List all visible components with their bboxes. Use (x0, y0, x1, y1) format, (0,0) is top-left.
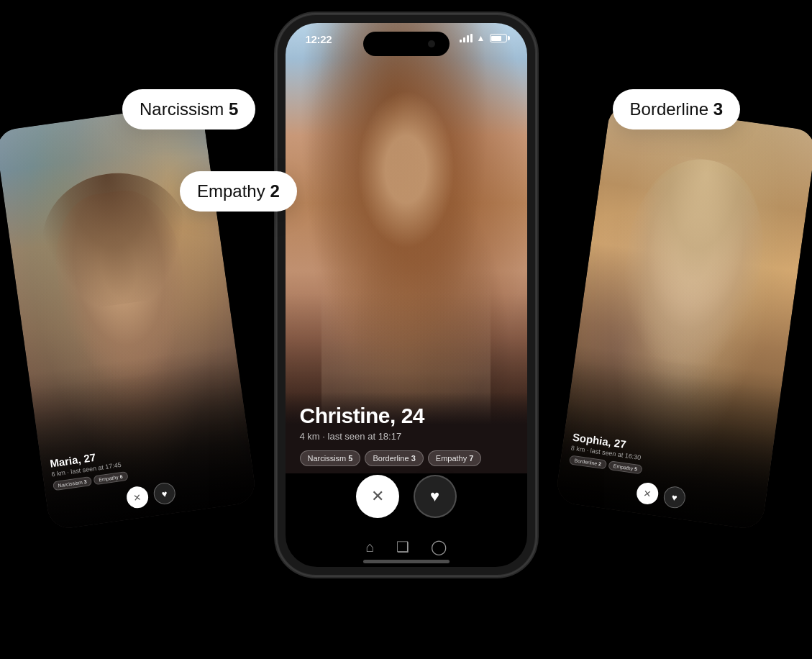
like-button[interactable]: ♥ (414, 475, 457, 518)
borderline-label-text: Borderline (630, 99, 713, 119)
battery-icon (490, 34, 507, 42)
borderline-label-value: 3 (713, 99, 723, 119)
home-indicator (363, 560, 450, 563)
tag-borderline-value: 3 (411, 454, 416, 463)
status-time: 12:22 (306, 33, 332, 45)
center-phone: 12:22 ▲ (277, 14, 536, 576)
face-area (357, 91, 454, 248)
cards-nav-icon[interactable]: ❑ (396, 538, 409, 555)
battery-fill (491, 36, 501, 41)
right-tag-1: Borderline 2 (569, 455, 607, 469)
home-nav-icon[interactable]: ⌂ (365, 539, 374, 555)
signal-bar-3 (467, 35, 469, 42)
left-close-button[interactable]: ✕ (125, 485, 150, 509)
right-card: Sophia, 27 8 km · last seen at 16:30 Bor… (555, 103, 812, 531)
empathy-label: Empathy 2 (180, 171, 297, 212)
empathy-label-text: Empathy (197, 181, 270, 201)
narcissism-label-value: 5 (229, 99, 238, 119)
borderline-label: Borderline 3 (613, 89, 740, 129)
phone-action-buttons: ✕ ♥ (286, 475, 527, 518)
phone-card-info: Christine, 24 4 km · last seen at 18:17 … (286, 392, 527, 473)
phone-shell: 12:22 ▲ (277, 14, 536, 576)
dynamic-island (363, 32, 450, 56)
narcissism-label-text: Narcissism (140, 99, 229, 119)
left-heart-button[interactable]: ♥ (152, 481, 177, 506)
person-name: Christine, 24 (300, 404, 513, 428)
signal-bar-4 (470, 34, 473, 42)
status-icons: ▲ (460, 33, 507, 43)
distance-text: 4 km (300, 431, 320, 442)
separator: · (322, 431, 327, 442)
left-tag-1: Narcissism 3 (53, 476, 92, 491)
camera-dot (428, 40, 435, 47)
phone-screen: 12:22 ▲ (286, 23, 527, 567)
phone-tags: Narcissism 5 Borderline 3 Empathy 7 (300, 450, 513, 466)
signal-bar-1 (460, 40, 462, 42)
right-close-button[interactable]: ✕ (635, 481, 660, 506)
empathy-label-value: 2 (270, 181, 279, 201)
person-info: 4 km · last seen at 18:17 (300, 431, 513, 442)
left-tag-2: Empathy 6 (93, 471, 128, 485)
tag-narcissism: Narcissism 5 (300, 450, 361, 466)
signal-bars-icon (460, 34, 473, 42)
right-tag-2: Empathy 5 (608, 460, 643, 474)
bottom-navigation[interactable]: ⌂ ❑ ◯ (286, 538, 527, 555)
left-card: Maria, 27 6 km · last seen at 17:45 Narc… (0, 103, 257, 531)
scene: Maria, 27 6 km · last seen at 17:45 Narc… (0, 0, 812, 659)
chat-nav-icon[interactable]: ◯ (431, 538, 447, 555)
last-seen-text: last seen at 18:17 (328, 431, 402, 442)
narcissism-label: Narcissism 5 (122, 89, 255, 129)
wifi-icon: ▲ (477, 33, 485, 43)
tag-narcissism-value: 5 (348, 454, 352, 463)
tag-empathy-value: 7 (469, 454, 473, 463)
signal-bar-2 (463, 37, 465, 42)
tag-borderline: Borderline 3 (365, 450, 423, 466)
dislike-button[interactable]: ✕ (356, 475, 399, 518)
right-heart-button[interactable]: ♥ (662, 485, 687, 509)
tag-empathy: Empathy 7 (428, 450, 482, 466)
